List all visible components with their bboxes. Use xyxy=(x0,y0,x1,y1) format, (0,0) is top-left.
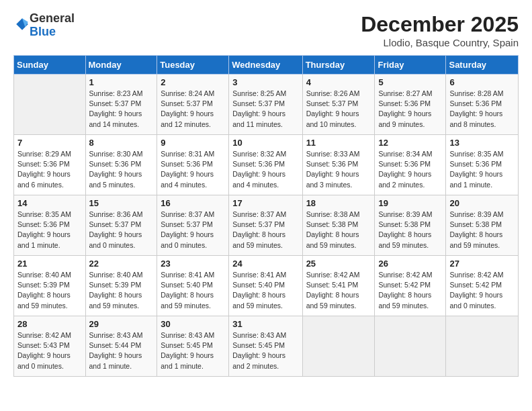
day-info: Sunrise: 8:37 AMSunset: 5:37 PMDaylight:… xyxy=(232,210,298,250)
day-number: 18 xyxy=(306,198,371,208)
day-info: Sunrise: 8:29 AMSunset: 5:36 PMDaylight:… xyxy=(17,149,82,190)
day-number: 3 xyxy=(232,77,298,87)
day-number: 6 xyxy=(449,77,515,87)
day-number: 8 xyxy=(89,138,154,148)
day-number: 2 xyxy=(161,77,225,87)
day-info: Sunrise: 8:35 AMSunset: 5:36 PMDaylight:… xyxy=(449,149,515,190)
calendar-cell xyxy=(446,316,519,377)
day-info: Sunrise: 8:28 AMSunset: 5:36 PMDaylight:… xyxy=(449,89,515,130)
calendar-cell: 3Sunrise: 8:25 AMSunset: 5:37 PMDaylight… xyxy=(229,75,302,135)
day-info: Sunrise: 8:40 AMSunset: 5:39 PMDaylight:… xyxy=(89,270,154,311)
day-number: 16 xyxy=(161,198,225,208)
calendar-cell: 16Sunrise: 8:37 AMSunset: 5:37 PMDayligh… xyxy=(157,195,229,256)
logo-blue-text: Blue xyxy=(30,25,56,38)
day-info: Sunrise: 8:27 AMSunset: 5:36 PMDaylight:… xyxy=(378,89,442,130)
calendar-cell: 19Sunrise: 8:39 AMSunset: 5:38 PMDayligh… xyxy=(375,195,446,256)
day-info: Sunrise: 8:40 AMSunset: 5:39 PMDaylight:… xyxy=(17,270,82,311)
day-number: 1 xyxy=(89,77,154,87)
month-title: December 2025 xyxy=(361,12,519,37)
title-block: December 2025 Llodio, Basque Country, Sp… xyxy=(361,12,519,48)
day-info: Sunrise: 8:25 AMSunset: 5:37 PMDaylight:… xyxy=(232,89,298,130)
day-info: Sunrise: 8:42 AMSunset: 5:42 PMDaylight:… xyxy=(449,270,515,311)
weekday-header-sunday: Sunday xyxy=(14,56,86,75)
calendar-cell: 30Sunrise: 8:43 AMSunset: 5:45 PMDayligh… xyxy=(157,316,229,377)
day-number: 29 xyxy=(89,319,154,329)
day-number: 28 xyxy=(17,319,82,329)
day-info: Sunrise: 8:31 AMSunset: 5:36 PMDaylight:… xyxy=(161,149,225,190)
calendar-cell: 26Sunrise: 8:42 AMSunset: 5:42 PMDayligh… xyxy=(375,256,446,316)
calendar-cell: 24Sunrise: 8:41 AMSunset: 5:40 PMDayligh… xyxy=(229,256,302,316)
calendar-week-row: 14Sunrise: 8:35 AMSunset: 5:36 PMDayligh… xyxy=(14,195,519,256)
header: General Blue December 2025 Llodio, Basqu… xyxy=(13,12,519,48)
day-number: 10 xyxy=(232,138,298,148)
day-number: 21 xyxy=(17,259,82,269)
day-info: Sunrise: 8:43 AMSunset: 5:44 PMDaylight:… xyxy=(89,330,154,371)
weekday-header-thursday: Thursday xyxy=(302,56,375,75)
day-number: 23 xyxy=(161,259,225,269)
calendar-cell: 21Sunrise: 8:40 AMSunset: 5:39 PMDayligh… xyxy=(14,256,86,316)
day-number: 25 xyxy=(306,259,371,269)
day-number: 15 xyxy=(89,198,154,208)
day-info: Sunrise: 8:38 AMSunset: 5:38 PMDaylight:… xyxy=(306,210,371,250)
calendar-cell: 13Sunrise: 8:35 AMSunset: 5:36 PMDayligh… xyxy=(446,135,519,195)
calendar-cell: 4Sunrise: 8:26 AMSunset: 5:37 PMDaylight… xyxy=(302,75,375,135)
day-number: 17 xyxy=(232,198,298,208)
day-number: 27 xyxy=(449,259,515,269)
day-number: 12 xyxy=(378,138,442,148)
day-number: 9 xyxy=(161,138,225,148)
location: Llodio, Basque Country, Spain xyxy=(361,37,519,48)
day-info: Sunrise: 8:41 AMSunset: 5:40 PMDaylight:… xyxy=(161,270,225,311)
calendar-week-row: 7Sunrise: 8:29 AMSunset: 5:36 PMDaylight… xyxy=(14,135,519,195)
day-info: Sunrise: 8:39 AMSunset: 5:38 PMDaylight:… xyxy=(449,210,515,250)
calendar-cell: 23Sunrise: 8:41 AMSunset: 5:40 PMDayligh… xyxy=(157,256,229,316)
weekday-header-friday: Friday xyxy=(375,56,446,75)
day-info: Sunrise: 8:26 AMSunset: 5:37 PMDaylight:… xyxy=(306,89,371,130)
day-info: Sunrise: 8:34 AMSunset: 5:36 PMDaylight:… xyxy=(378,149,442,190)
day-info: Sunrise: 8:37 AMSunset: 5:37 PMDaylight:… xyxy=(161,210,225,250)
weekday-header-saturday: Saturday xyxy=(446,56,519,75)
calendar-cell: 20Sunrise: 8:39 AMSunset: 5:38 PMDayligh… xyxy=(446,195,519,256)
day-number: 30 xyxy=(161,319,225,329)
calendar-cell: 11Sunrise: 8:33 AMSunset: 5:36 PMDayligh… xyxy=(302,135,375,195)
weekday-header-wednesday: Wednesday xyxy=(229,56,302,75)
day-info: Sunrise: 8:35 AMSunset: 5:36 PMDaylight:… xyxy=(17,210,82,250)
calendar-table: SundayMondayTuesdayWednesdayThursdayFrid… xyxy=(13,55,519,377)
day-number: 4 xyxy=(306,77,371,87)
day-number: 24 xyxy=(232,259,298,269)
calendar-cell: 18Sunrise: 8:38 AMSunset: 5:38 PMDayligh… xyxy=(302,195,375,256)
weekday-header-monday: Monday xyxy=(85,56,157,75)
day-info: Sunrise: 8:39 AMSunset: 5:38 PMDaylight:… xyxy=(378,210,442,250)
logo-general-text: General xyxy=(30,11,75,25)
calendar-header-row: SundayMondayTuesdayWednesdayThursdayFrid… xyxy=(14,56,519,75)
calendar-cell: 10Sunrise: 8:32 AMSunset: 5:36 PMDayligh… xyxy=(229,135,302,195)
calendar-cell: 29Sunrise: 8:43 AMSunset: 5:44 PMDayligh… xyxy=(85,316,157,377)
day-info: Sunrise: 8:23 AMSunset: 5:37 PMDaylight:… xyxy=(89,89,154,130)
calendar-cell xyxy=(375,316,446,377)
calendar-cell: 31Sunrise: 8:43 AMSunset: 5:45 PMDayligh… xyxy=(229,316,302,377)
day-number: 14 xyxy=(17,198,82,208)
calendar-cell: 22Sunrise: 8:40 AMSunset: 5:39 PMDayligh… xyxy=(85,256,157,316)
calendar-cell: 15Sunrise: 8:36 AMSunset: 5:37 PMDayligh… xyxy=(85,195,157,256)
day-number: 5 xyxy=(378,77,442,87)
day-number: 13 xyxy=(449,138,515,148)
day-number: 22 xyxy=(89,259,154,269)
page: General Blue December 2025 Llodio, Basqu… xyxy=(0,0,532,411)
calendar-cell: 25Sunrise: 8:42 AMSunset: 5:41 PMDayligh… xyxy=(302,256,375,316)
day-info: Sunrise: 8:32 AMSunset: 5:36 PMDaylight:… xyxy=(232,149,298,190)
calendar-cell: 17Sunrise: 8:37 AMSunset: 5:37 PMDayligh… xyxy=(229,195,302,256)
calendar-cell xyxy=(14,75,86,135)
day-info: Sunrise: 8:30 AMSunset: 5:36 PMDaylight:… xyxy=(89,149,154,190)
day-number: 7 xyxy=(17,138,82,148)
day-number: 31 xyxy=(232,319,298,329)
calendar-cell: 6Sunrise: 8:28 AMSunset: 5:36 PMDaylight… xyxy=(446,75,519,135)
calendar-week-row: 21Sunrise: 8:40 AMSunset: 5:39 PMDayligh… xyxy=(14,256,519,316)
logo-icon xyxy=(15,17,30,32)
calendar-week-row: 1Sunrise: 8:23 AMSunset: 5:37 PMDaylight… xyxy=(14,75,519,135)
calendar-cell: 8Sunrise: 8:30 AMSunset: 5:36 PMDaylight… xyxy=(85,135,157,195)
weekday-header-tuesday: Tuesday xyxy=(157,56,229,75)
day-info: Sunrise: 8:24 AMSunset: 5:37 PMDaylight:… xyxy=(161,89,225,130)
day-info: Sunrise: 8:42 AMSunset: 5:42 PMDaylight:… xyxy=(378,270,442,311)
logo: General Blue xyxy=(13,12,75,39)
calendar-cell: 5Sunrise: 8:27 AMSunset: 5:36 PMDaylight… xyxy=(375,75,446,135)
day-number: 11 xyxy=(306,138,371,148)
